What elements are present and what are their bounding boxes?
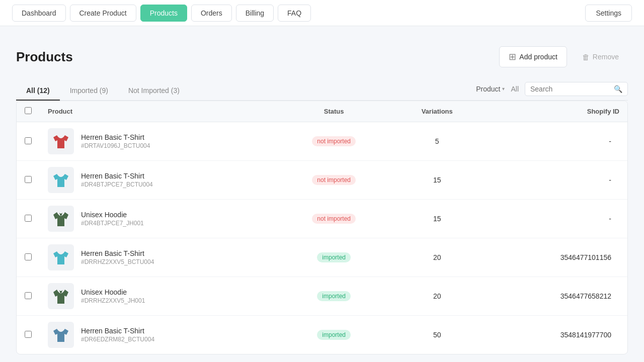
trash-icon: 🗑 <box>582 53 590 61</box>
nav-billing[interactable]: Billing <box>236 5 274 22</box>
tab-imported[interactable]: Imported (9) <box>60 81 118 101</box>
product-name-5: Herren Basic T-Shirt <box>81 327 154 335</box>
row-checkbox-2[interactable] <box>25 215 32 222</box>
product-thumbnail-5 <box>48 322 74 348</box>
product-name-0: Herren Basic T-Shirt <box>81 133 150 141</box>
status-badge-2: not imported <box>312 214 356 224</box>
product-filter[interactable]: Product ▾ <box>476 85 505 93</box>
search-input[interactable] <box>530 85 611 93</box>
product-info-3: Herren Basic T-Shirt #DRRHZ2XXV5_BCTU004 <box>81 249 154 265</box>
table-row: Unisex Hoodie #DRRHZ2XXV5_JH001 imported… <box>17 277 627 316</box>
product-info-0: Herren Basic T-Shirt #DRTAV1096J_BCTU004 <box>81 133 150 149</box>
product-thumbnail-1 <box>48 167 74 193</box>
products-table: Product Status Variations Shopify ID Her… <box>17 101 627 354</box>
nav-faq[interactable]: FAQ <box>278 5 311 22</box>
product-info-1: Herren Basic T-Shirt #DR4BTJPCE7_BCTU004 <box>81 172 153 188</box>
shopify-id-cell-2: - <box>482 200 627 238</box>
product-cell-1: Herren Basic T-Shirt #DR4BTJPCE7_BCTU004 <box>40 161 276 200</box>
row-checkbox-4[interactable] <box>25 292 32 299</box>
row-checkbox-5[interactable] <box>25 331 32 338</box>
product-filter-label: Product <box>476 85 500 93</box>
status-badge-1: not imported <box>312 175 356 185</box>
status-badge-5: imported <box>317 330 351 340</box>
shopify-id-cell-4: 3546477658212 <box>482 277 627 316</box>
product-sku-5: #DR6EDZRM82_BCTU004 <box>81 336 154 343</box>
product-name-2: Unisex Hoodie <box>81 211 144 219</box>
search-icon: 🔍 <box>614 85 622 93</box>
row-checkbox-cell <box>17 122 40 161</box>
row-checkbox-cell <box>17 277 40 316</box>
nav-create-product[interactable]: Create Product <box>70 5 136 22</box>
nav-dashboard[interactable]: Dashboard <box>12 5 66 22</box>
product-name-3: Herren Basic T-Shirt <box>81 249 154 257</box>
tab-all[interactable]: All (12) <box>16 81 60 101</box>
row-checkbox-1[interactable] <box>25 176 32 183</box>
variations-cell-0: 5 <box>391 122 482 161</box>
status-badge-0: not imported <box>312 136 356 146</box>
nav-orders[interactable]: Orders <box>191 5 232 22</box>
table-header-row: Product Status Variations Shopify ID <box>17 101 627 122</box>
row-checkbox-3[interactable] <box>25 253 32 260</box>
table-row: Herren Basic T-Shirt #DRRHZ2XXV5_BCTU004… <box>17 238 627 277</box>
page-header: Products ⊞ Add product 🗑 Remove <box>16 46 628 67</box>
nav-products[interactable]: Products <box>140 5 187 22</box>
product-cell-5: Herren Basic T-Shirt #DR6EDZRM82_BCTU004 <box>40 316 276 354</box>
row-checkbox-0[interactable] <box>25 137 32 144</box>
all-filter-label: All <box>511 85 519 93</box>
page-title: Products <box>16 49 73 65</box>
variations-cell-4: 20 <box>391 277 482 316</box>
table-row: Herren Basic T-Shirt #DR4BTJPCE7_BCTU004… <box>17 161 627 200</box>
variations-cell-3: 20 <box>391 238 482 277</box>
product-name-4: Unisex Hoodie <box>81 288 145 296</box>
add-product-label: Add product <box>519 53 557 61</box>
add-product-button[interactable]: ⊞ Add product <box>499 46 567 67</box>
variations-cell-2: 15 <box>391 200 482 238</box>
tab-not-imported[interactable]: Not Imported (3) <box>118 81 190 101</box>
product-sku-2: #DR4BTJPCE7_JH001 <box>81 220 144 227</box>
variations-cell-1: 15 <box>391 161 482 200</box>
product-cell-3: Herren Basic T-Shirt #DRRHZ2XXV5_BCTU004 <box>40 238 276 277</box>
product-cell-2: Unisex Hoodie #DR4BTJPCE7_JH001 <box>40 200 276 238</box>
product-cell-4: Unisex Hoodie #DRRHZ2XXV5_JH001 <box>40 277 276 316</box>
shopify-id-cell-5: 3548141977700 <box>482 316 627 354</box>
product-thumbnail-4 <box>48 283 74 309</box>
status-badge-4: imported <box>317 291 351 301</box>
status-cell-1: not imported <box>276 161 391 200</box>
product-thumbnail-0 <box>48 128 74 154</box>
variations-cell-5: 50 <box>391 316 482 354</box>
chevron-down-icon: ▾ <box>502 86 505 92</box>
table-row: Herren Basic T-Shirt #DR6EDZRM82_BCTU004… <box>17 316 627 354</box>
select-all-checkbox[interactable] <box>25 107 32 114</box>
product-info-5: Herren Basic T-Shirt #DR6EDZRM82_BCTU004 <box>81 327 154 343</box>
status-cell-5: imported <box>276 316 391 354</box>
product-sku-4: #DRRHZ2XXV5_JH001 <box>81 297 145 304</box>
row-checkbox-cell <box>17 316 40 354</box>
product-sku-1: #DR4BTJPCE7_BCTU004 <box>81 181 153 188</box>
search-box: 🔍 <box>525 82 628 96</box>
product-info-2: Unisex Hoodie #DR4BTJPCE7_JH001 <box>81 211 144 227</box>
remove-label: Remove <box>593 53 619 61</box>
status-cell-3: imported <box>276 238 391 277</box>
status-badge-3: imported <box>317 252 351 262</box>
status-cell-4: imported <box>276 277 391 316</box>
row-checkbox-cell <box>17 161 40 200</box>
row-checkbox-cell <box>17 200 40 238</box>
tabs: All (12) Imported (9) Not Imported (3) <box>16 81 476 100</box>
status-cell-0: not imported <box>276 122 391 161</box>
header-actions: ⊞ Add product 🗑 Remove <box>499 46 628 67</box>
select-all-header <box>17 101 40 122</box>
filter-row-right: Product ▾ All 🔍 <box>476 82 628 100</box>
product-sku-3: #DRRHZ2XXV5_BCTU004 <box>81 258 154 265</box>
page-content: Products ⊞ Add product 🗑 Remove All (12)… <box>0 26 644 362</box>
product-thumbnail-3 <box>48 244 74 270</box>
status-column-header: Status <box>276 101 391 122</box>
product-info-4: Unisex Hoodie #DRRHZ2XXV5_JH001 <box>81 288 145 304</box>
shopify-id-cell-1: - <box>482 161 627 200</box>
plus-icon: ⊞ <box>509 51 516 62</box>
table-row: Unisex Hoodie #DR4BTJPCE7_JH001 not impo… <box>17 200 627 238</box>
product-thumbnail-2 <box>48 206 74 232</box>
settings-button[interactable]: Settings <box>585 5 632 22</box>
remove-button[interactable]: 🗑 Remove <box>573 48 628 66</box>
row-checkbox-cell <box>17 238 40 277</box>
top-navigation: Dashboard Create Product Products Orders… <box>0 0 644 26</box>
